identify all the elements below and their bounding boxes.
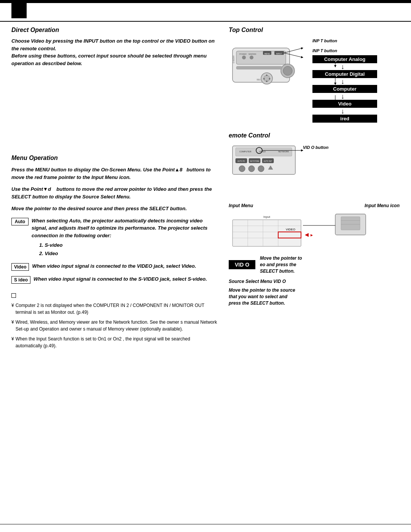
auto-item: Auto When selecting Auto, the projector … xyxy=(11,217,217,258)
inpt-button-label2: INP T button xyxy=(312,48,377,53)
svg-text:VIDEO: VIDEO xyxy=(259,150,266,153)
video-black-box: VID O xyxy=(229,260,255,269)
svg-point-5 xyxy=(250,56,253,59)
projector-diagram: POWER WARNIN SELECT INPUT MENU xyxy=(229,37,305,90)
auto-list-item-2: 2. Video xyxy=(39,249,217,258)
remote-control-section: emote Control COMPUTER VIDEO NETWORK xyxy=(229,132,400,184)
svg-text:Input: Input xyxy=(263,215,271,219)
menu-op-para3: Move the pointer to the desired source a… xyxy=(11,205,217,212)
svg-text:INPUT: INPUT xyxy=(276,53,282,55)
svideo-label: S ideo xyxy=(11,276,30,284)
svg-point-39 xyxy=(249,166,255,172)
input-video: Video xyxy=(312,100,377,108)
auto-label: Auto xyxy=(11,218,29,225)
arrow-2: ↓ xyxy=(341,78,377,85)
menu-op-para1: Press the MENU button to display the On-… xyxy=(11,166,217,181)
menu-labels-row: Input Menu Input Menu icon xyxy=(229,203,400,210)
video-item: Video When video input signal is connect… xyxy=(11,262,217,271)
svg-text:▶: ▶ xyxy=(311,233,313,237)
checkbox-icon xyxy=(11,293,16,298)
right-menu-area: Input Menu Input Menu icon xyxy=(229,203,400,307)
notes-section: ¥ Computer 2 is not displayed when the C… xyxy=(11,291,217,349)
input-computer: Computer xyxy=(312,85,377,93)
note-3: ¥ When the Input Search function is set … xyxy=(11,335,217,349)
source-select-title: Source Select Menu VID O xyxy=(229,279,400,284)
svg-text:▲: ▲ xyxy=(266,73,268,76)
svg-text:VIDEO: VIDEO xyxy=(286,228,295,231)
svg-text:KEYSTONE: KEYSTONE xyxy=(250,160,259,162)
arrow-3: ↓ xyxy=(341,93,377,100)
video-text: When video input signal is connected to … xyxy=(32,262,196,270)
input-menu-label: Input Menu xyxy=(229,203,253,208)
video-label: Video xyxy=(11,263,29,271)
svg-point-40 xyxy=(258,166,264,172)
svg-text:MENU: MENU xyxy=(264,53,270,55)
auto-text: When selecting Auto, the projector autom… xyxy=(32,218,207,238)
move-pointer-text: Move the pointer to eo and press the SEL… xyxy=(260,255,302,274)
input-sequence: INP T button INP T button Computer Analo… xyxy=(312,38,377,123)
svg-text:AUTO PC: AUTO PC xyxy=(237,160,245,162)
svg-point-4 xyxy=(242,56,246,59)
svideo-item: S ideo When video input signal is connec… xyxy=(11,275,217,284)
menu-icon-diagram: Input VIDEO ▶ Input Menu xyxy=(229,212,400,251)
inpt-button-label1: INP T button xyxy=(312,38,377,43)
input-computer-digital: Computer Digital xyxy=(312,70,377,78)
auto-list: 1. S-video 2. Video xyxy=(39,241,217,258)
svg-text:►: ► xyxy=(269,77,271,80)
note-2: ¥ Wired, Wireless, and Memory viewer are… xyxy=(11,319,217,332)
top-bar xyxy=(0,0,411,3)
svg-text:O-N/OFF: O-N/OFF xyxy=(233,55,235,63)
svg-text:◄: ◄ xyxy=(263,77,265,80)
input-wired: ired xyxy=(312,115,377,123)
menu-diagram-svg: Input VIDEO ▶ Input Menu xyxy=(229,212,373,250)
remote-diagram: COMPUTER VIDEO NETWORK AUTO PC KEYSTONE … xyxy=(229,142,305,184)
menu-operation-section: Menu Operation Press the MENU button to … xyxy=(11,155,217,349)
arrow-4: ↓ xyxy=(341,108,377,115)
source-select-note: Move the pointer to the sourcethat you w… xyxy=(229,287,400,306)
svg-point-3 xyxy=(283,66,292,75)
svg-text:POWER: POWER xyxy=(239,53,247,55)
direct-operation-intro: Choose Video by pressing the INPUT butto… xyxy=(11,37,217,67)
svg-rect-8 xyxy=(236,66,282,69)
menu-operation-title: Menu Operation xyxy=(11,155,217,161)
top-control-title: Top Control xyxy=(229,27,400,34)
svg-text:AUTO SET: AUTO SET xyxy=(264,160,272,162)
remote-control-title: emote Control xyxy=(229,132,400,139)
svg-point-38 xyxy=(239,166,245,172)
svg-rect-44 xyxy=(233,220,301,246)
source-select-area: Source Select Menu VID O Move the pointe… xyxy=(229,279,400,306)
footer-rule xyxy=(0,524,411,524)
svideo-text: When video input signal is connected to … xyxy=(33,275,207,283)
remote-diagram-area: COMPUTER VIDEO NETWORK AUTO PC KEYSTONE … xyxy=(229,142,400,184)
arrow-1: ↓ xyxy=(341,63,377,70)
input-menu-icon-label: Input Menu icon xyxy=(365,203,400,208)
svg-text:WARNIN: WARNIN xyxy=(249,53,256,55)
auto-list-item-1: 1. S-video xyxy=(39,241,217,249)
note-1: ¥ Computer 2 is not displayed when the C… xyxy=(11,302,217,316)
top-control-section: Top Control xyxy=(229,27,400,307)
svg-marker-54 xyxy=(305,233,309,237)
svg-text:NETWORK: NETWORK xyxy=(278,150,289,153)
svg-rect-59 xyxy=(341,217,360,230)
direct-operation-title: Direct Operation xyxy=(11,27,217,34)
svg-text:COMPUTER: COMPUTER xyxy=(239,150,252,153)
video-pointer-row: VID O Move the pointer to eo and press t… xyxy=(229,255,400,274)
menu-op-para2: Use the Point▼d buttons to move the red … xyxy=(11,185,217,200)
video-button-label: VID O button xyxy=(303,145,328,150)
svg-text:▼: ▼ xyxy=(266,80,268,83)
corner-square xyxy=(11,3,27,18)
input-computer-analog: Computer Analog xyxy=(312,55,377,63)
header-rule xyxy=(0,21,411,22)
